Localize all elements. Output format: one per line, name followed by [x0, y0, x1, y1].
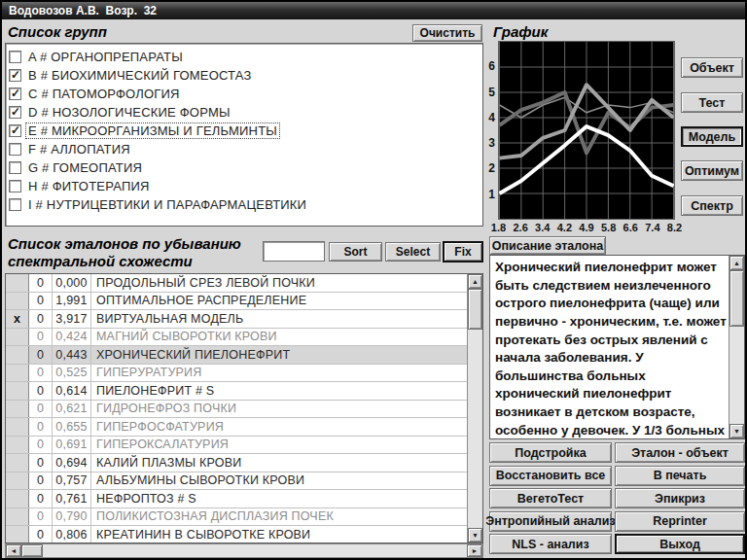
exit-button[interactable]: Выход	[615, 534, 745, 554]
etalon-row-flag: 0	[29, 418, 53, 436]
scroll-right-icon[interactable]: ►	[467, 544, 482, 557]
group-checkbox[interactable]	[9, 180, 21, 192]
app-window: Водовозов А.В. Возр. 32 Список групп Очи…	[0, 0, 747, 560]
etalon-object-button[interactable]: Эталон - объект	[615, 442, 745, 463]
group-label: E # МИКРООРГАНИЗМЫ И ГЕЛЬМИНТЫ	[26, 123, 279, 138]
etalon-row[interactable]: 00,691ГИПЕРОКСАЛАТУРИЯ	[6, 437, 467, 455]
scroll-up-icon[interactable]: ▲	[468, 274, 482, 289]
test-button[interactable]: Тест	[681, 92, 743, 113]
reprinter-button[interactable]: Reprinter	[615, 511, 745, 532]
entropy-analysis-button[interactable]: Энтропийный анализ	[489, 511, 612, 532]
group-checkbox[interactable]	[9, 124, 21, 137]
clear-button[interactable]: Очистить	[412, 24, 482, 42]
group-checkbox[interactable]	[9, 106, 21, 119]
model-button[interactable]: Модель	[681, 126, 743, 147]
scrollbar-thumb[interactable]	[21, 544, 43, 557]
sort-button[interactable]: Sort	[329, 242, 382, 262]
etalon-row-value: 3,917	[53, 310, 91, 328]
vegeto-test-button[interactable]: ВегетоТест	[489, 488, 612, 508]
description-header-button[interactable]: Описание эталона	[489, 236, 606, 255]
etalon-row-name: ПРОДОЛЬНЫЙ СРЕЗ ЛЕВОЙ ПОЧКИ	[91, 274, 467, 292]
epicrisis-button[interactable]: Эпикриз	[615, 488, 745, 508]
select-button[interactable]: Select	[385, 242, 441, 262]
fix-button[interactable]: Fix	[443, 241, 483, 262]
etalon-row-flag: 0	[29, 310, 53, 328]
group-item-c[interactable]: C # ПАТОМОРФОЛОГИЯ	[9, 85, 482, 103]
group-checkbox[interactable]	[9, 143, 21, 156]
etalon-row-value: 0,424	[53, 329, 91, 346]
etalon-row[interactable]: 01,991ОПТИМАЛЬНОЕ РАСПРЕДЕЛЕНИЕ	[6, 293, 467, 311]
y-tick-label: 3	[488, 136, 495, 150]
etalon-row-marker	[6, 508, 29, 526]
scroll-up-icon[interactable]: ▲	[729, 256, 744, 270]
scrollbar-track[interactable]	[729, 327, 744, 424]
print-button[interactable]: В печать	[615, 466, 745, 486]
chart-x-axis: 1.82.63.44.24.95.86.67.48.2	[498, 222, 675, 235]
group-checkbox[interactable]	[9, 69, 21, 82]
etalon-row[interactable]: x03,917ВИРТУАЛЬНАЯ МОДЕЛЬ	[6, 310, 467, 329]
etalon-row-marker	[6, 472, 29, 490]
etalon-row-value: 0,806	[53, 526, 91, 542]
scrollbar-thumb[interactable]	[468, 289, 482, 330]
etalon-row-marker	[6, 274, 29, 292]
etalon-row[interactable]: 00,757АЛЬБУМИНЫ СЫВОРОТКИ КРОВИ	[6, 472, 467, 491]
group-item-g[interactable]: G # ГОМЕОПАТИЯ	[9, 158, 482, 177]
etalon-row[interactable]: 00,443ХРОНИЧЕСКИЙ ПИЕЛОНЕФРИТ	[6, 346, 467, 365]
etalon-row-marker	[6, 293, 29, 310]
etalon-row-flag: 0	[29, 401, 53, 418]
etalon-row-flag: 0	[29, 508, 53, 526]
nls-analysis-button[interactable]: NLS - анализ	[489, 534, 612, 554]
description-box[interactable]: Хронический пиелонефрит может быть следс…	[489, 255, 745, 439]
fine-tune-button[interactable]: Подстройка	[489, 442, 612, 463]
scrollbar-track[interactable]	[43, 544, 467, 557]
etalon-row-name: МАГНИЙ СЫВОРОТКИ КРОВИ	[91, 329, 467, 346]
etalon-row-name: ВИРТУАЛЬНАЯ МОДЕЛЬ	[91, 310, 467, 328]
group-checkbox[interactable]	[9, 88, 21, 100]
scroll-down-icon[interactable]: ▼	[729, 424, 744, 438]
etalon-row-name: ПИЕЛОНЕФРИТ # S	[91, 382, 467, 400]
etalon-vertical-scrollbar[interactable]: ▲ ▼	[467, 274, 482, 542]
etalon-row[interactable]: 00,621ГИДРОНЕФРОЗ ПОЧКИ	[6, 401, 467, 419]
etalon-row[interactable]: 00,424МАГНИЙ СЫВОРОТКИ КРОВИ	[6, 329, 467, 347]
object-button[interactable]: Объект	[681, 57, 743, 78]
group-checkbox[interactable]	[9, 51, 21, 63]
description-vertical-scrollbar[interactable]: ▲ ▼	[729, 256, 744, 438]
group-item-h[interactable]: H # ФИТОТЕРАПИЯ	[9, 177, 482, 195]
etalon-row[interactable]: 00,806КРЕАТИНИН В СЫВОРОТКЕ КРОВИ	[6, 526, 467, 542]
scroll-down-icon[interactable]: ▼	[468, 528, 482, 542]
group-item-e[interactable]: E # МИКРООРГАНИЗМЫ И ГЕЛЬМИНТЫ	[9, 122, 482, 140]
etalon-row-flag: 0	[29, 472, 53, 490]
etalon-row-name: ГИПЕРОКСАЛАТУРИЯ	[91, 437, 467, 454]
group-item-d[interactable]: D # НОЗОЛОГИЧЕСКИЕ ФОРМЫ	[9, 103, 482, 122]
group-item-f[interactable]: F # АЛЛОПАТИЯ	[9, 140, 482, 158]
etalon-row[interactable]: 00,614ПИЕЛОНЕФРИТ # S	[6, 382, 467, 401]
y-tick-label: 6	[488, 59, 495, 73]
etalon-row[interactable]: 00,525ГИПЕРУРАТУРИЯ	[6, 365, 467, 383]
etalon-row-value: 0,757	[53, 472, 91, 490]
scroll-left-icon[interactable]: ◄	[6, 544, 21, 557]
group-checkbox[interactable]	[9, 198, 21, 211]
spectrum-button[interactable]: Спектр	[681, 195, 743, 216]
etalon-row[interactable]: 00,000ПРОДОЛЬНЫЙ СРЕЗ ЛЕВОЙ ПОЧКИ	[6, 274, 467, 293]
etalon-row-marker	[6, 437, 29, 454]
group-item-i[interactable]: I # НУТРИЦЕВТИКИ И ПАРАФАРМАЦЕВТИКИ	[9, 195, 482, 214]
x-tick-label: 5.8	[601, 222, 616, 233]
group-item-b[interactable]: B # БИОХИМИЧЕСКИЙ ГОМЕОСТАЗ	[9, 66, 482, 85]
etalon-row-value: 1,991	[53, 293, 91, 310]
etalon-row[interactable]: 00,694КАЛИЙ ПЛАЗМЫ КРОВИ	[6, 454, 467, 472]
etalon-row-marker	[6, 382, 29, 400]
etalon-row[interactable]: 00,761НЕФРОПТОЗ # S	[6, 490, 467, 508]
chart-y-axis: 654321	[482, 41, 496, 220]
title-bar[interactable]: Водовозов А.В. Возр. 32	[2, 2, 745, 19]
group-checkbox[interactable]	[9, 161, 21, 174]
etalon-row[interactable]: 00,655ГИПЕРФОСФАТУРИЯ	[6, 418, 467, 437]
group-item-a[interactable]: A # ОРГАНОПРЕПАРАТЫ	[9, 48, 482, 66]
etalon-horizontal-scrollbar[interactable]: ◄ ►	[5, 543, 483, 558]
optimum-button[interactable]: Оптимум	[681, 160, 743, 181]
etalon-search-input[interactable]	[263, 241, 325, 262]
restore-all-button[interactable]: Восстановить все	[489, 466, 612, 486]
scrollbar-thumb[interactable]	[729, 270, 744, 327]
scrollbar-track[interactable]	[468, 330, 482, 528]
etalon-row-value: 0,000	[53, 274, 91, 292]
etalon-row[interactable]: 00,790ПОЛИКИСТОЗНАЯ ДИСПЛАЗИЯ ПОЧЕК	[6, 508, 467, 527]
